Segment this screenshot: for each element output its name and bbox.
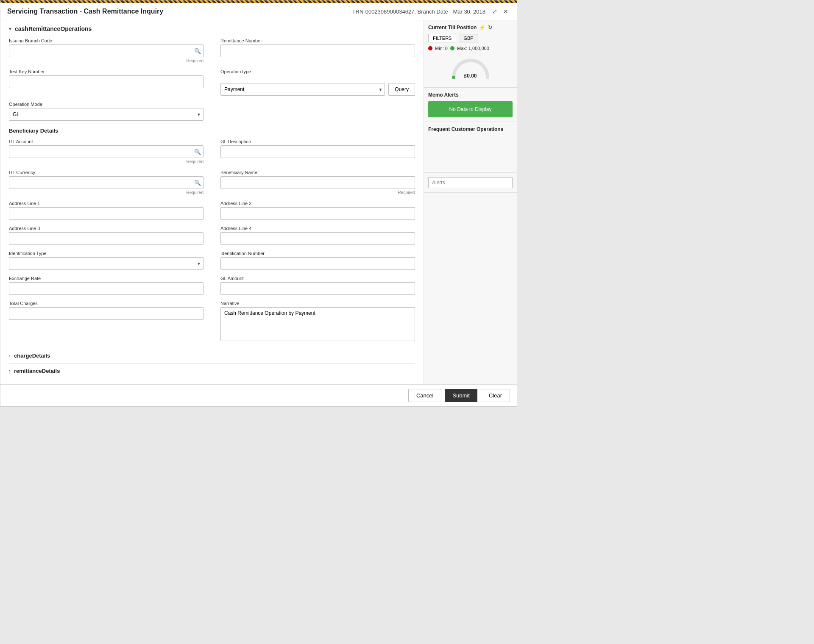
total-charges-input[interactable] xyxy=(9,307,204,320)
identification-type-select[interactable] xyxy=(9,257,204,270)
memo-alerts-title: Memo Alerts xyxy=(428,92,513,98)
gl-account-search-icon[interactable]: 🔍 xyxy=(194,149,201,155)
beneficiary-name-field: Beneficiary Name Required xyxy=(220,170,415,195)
gl-currency-search-icon[interactable]: 🔍 xyxy=(194,180,201,186)
narrative-field: Narrative Cash Remittance Operation by P… xyxy=(220,301,415,341)
gauge-container: £0.00 xyxy=(428,55,513,80)
address-line-3-field: Address Line 3 xyxy=(9,226,204,245)
total-charges-field: Total Charges xyxy=(9,301,204,341)
gl-account-label: GL Account xyxy=(9,139,204,144)
min-label: Min: 0 xyxy=(435,46,448,51)
identification-type-label: Identification Type xyxy=(9,251,204,256)
address-line-3-input[interactable] xyxy=(9,232,204,245)
remittance-details-header: › remittanceDetails xyxy=(9,368,415,374)
clear-button[interactable]: Clear xyxy=(481,389,510,402)
beneficiary-name-input[interactable] xyxy=(220,176,415,189)
operation-type-select[interactable]: Payment xyxy=(220,83,385,96)
test-key-number-field: Test Key Number xyxy=(9,69,204,96)
right-sidebar: Current Till Position ⚡ ↻ FILTERS GBP Mi… xyxy=(424,20,517,384)
address-line-2-field: Address Line 2 xyxy=(220,201,415,220)
close-button[interactable]: ✕ xyxy=(502,7,510,16)
spacer xyxy=(220,102,415,121)
operation-mode-wrapper: GL ▼ xyxy=(9,108,204,121)
address-line-2-label: Address Line 2 xyxy=(220,201,415,206)
remittance-details-section[interactable]: › remittanceDetails xyxy=(9,363,415,378)
memo-alerts-box: No Data to Display xyxy=(428,101,513,117)
gl-account-field: GL Account 🔍 Required xyxy=(9,139,204,164)
modal-header: Servicing Transaction - Cash Remittance … xyxy=(0,3,517,20)
gl-description-field: GL Description xyxy=(220,139,415,164)
filter-buttons-row: FILTERS GBP xyxy=(428,34,513,42)
filters-button[interactable]: FILTERS xyxy=(428,34,456,42)
gl-currency-wrapper: 🔍 xyxy=(9,176,204,189)
identification-type-wrapper: ▼ xyxy=(9,257,204,270)
operation-mode-field: Operation Mode GL ▼ xyxy=(9,102,204,121)
narrative-input[interactable]: Cash Remittance Operation by Payment xyxy=(220,307,415,341)
exchange-rate-field: Exchange Rate xyxy=(9,276,204,295)
test-key-number-input[interactable] xyxy=(9,75,204,88)
operation-type-wrapper: Payment ▼ xyxy=(220,83,385,96)
identification-number-field: Identification Number xyxy=(220,251,415,270)
cash-remittance-title: cashRemittanceOperations xyxy=(15,25,92,32)
gl-description-input[interactable] xyxy=(220,145,415,158)
beneficiary-name-required: Required xyxy=(220,190,415,195)
refresh-icon[interactable]: ↻ xyxy=(488,25,492,31)
charge-details-label: chargeDetails xyxy=(14,353,50,359)
remittance-number-field: Remittance Number xyxy=(220,38,415,63)
beneficiary-section-title: Beneficiary Details xyxy=(9,128,415,134)
address-line-4-field: Address Line 4 xyxy=(220,226,415,245)
modal-title: Servicing Transaction - Cash Remittance … xyxy=(7,8,163,15)
issuing-branch-code-input[interactable] xyxy=(9,44,204,57)
address-line-1-input[interactable] xyxy=(9,207,204,220)
operation-mode-select[interactable]: GL xyxy=(9,108,204,121)
transaction-info: TRN-0002308900034627, Branch Date - Mar … xyxy=(352,8,485,15)
exchange-rate-label: Exchange Rate xyxy=(9,276,204,281)
modal-body: ▾ cashRemittanceOperations Issuing Branc… xyxy=(0,20,517,384)
gl-description-label: GL Description xyxy=(220,139,415,144)
max-label: Max: 1,000,000 xyxy=(457,46,489,51)
gl-account-input[interactable] xyxy=(9,145,204,158)
submit-button[interactable]: Submit xyxy=(445,389,477,402)
min-max-row: Min: 0 Max: 1,000,000 xyxy=(428,46,513,51)
alerts-input[interactable] xyxy=(428,177,513,188)
issuing-branch-search-icon[interactable]: 🔍 xyxy=(194,48,201,54)
identification-type-field: Identification Type ▼ xyxy=(9,251,204,270)
modal-controls: ⤢ ✕ xyxy=(491,7,510,16)
address-line-4-input[interactable] xyxy=(220,232,415,245)
gl-account-required: Required xyxy=(9,159,204,164)
min-dot-icon xyxy=(428,46,432,50)
query-button[interactable]: Query xyxy=(388,83,415,96)
remittance-number-input[interactable] xyxy=(220,44,415,57)
gl-account-wrapper: 🔍 xyxy=(9,145,204,158)
cancel-button[interactable]: Cancel xyxy=(408,389,441,402)
filter-icon[interactable]: ⚡ xyxy=(479,25,485,31)
remittance-details-label: remittanceDetails xyxy=(14,368,60,374)
gl-amount-label: GL Amount xyxy=(220,276,415,281)
gbp-button[interactable]: GBP xyxy=(459,34,478,42)
remittance-number-label: Remittance Number xyxy=(220,38,415,43)
issuing-branch-required: Required xyxy=(9,58,204,63)
current-till-panel: Current Till Position ⚡ ↻ FILTERS GBP Mi… xyxy=(424,20,517,88)
frequent-ops-title: Frequent Customer Operations xyxy=(428,126,513,132)
identification-number-input[interactable] xyxy=(220,257,415,270)
gl-amount-field: GL Amount xyxy=(220,276,415,295)
alerts-panel xyxy=(424,173,517,193)
issuing-branch-code-label: Issuing Branch Code xyxy=(9,38,204,43)
gl-currency-input[interactable] xyxy=(9,176,204,189)
current-till-title: Current Till Position xyxy=(428,25,477,31)
cash-remittance-form: Issuing Branch Code 🔍 Required Remittanc… xyxy=(9,38,415,121)
exchange-rate-input[interactable] xyxy=(9,282,204,295)
cash-remittance-section-header[interactable]: ▾ cashRemittanceOperations xyxy=(9,25,415,32)
identification-number-label: Identification Number xyxy=(220,251,415,256)
address-line-2-input[interactable] xyxy=(220,207,415,220)
gl-amount-input[interactable] xyxy=(220,282,415,295)
frequent-ops-panel: Frequent Customer Operations xyxy=(424,122,517,173)
beneficiary-form: GL Account 🔍 Required GL Description GL … xyxy=(9,139,415,341)
charge-details-section[interactable]: › chargeDetails xyxy=(9,348,415,363)
max-dot-icon xyxy=(450,46,454,50)
main-content: ▾ cashRemittanceOperations Issuing Branc… xyxy=(0,20,424,384)
expand-button[interactable]: ⤢ xyxy=(491,7,499,16)
operation-type-label: Operation type xyxy=(220,69,415,74)
frequent-ops-label: Frequent Customer Operations xyxy=(428,126,503,132)
charge-details-chevron-icon: › xyxy=(9,353,11,359)
